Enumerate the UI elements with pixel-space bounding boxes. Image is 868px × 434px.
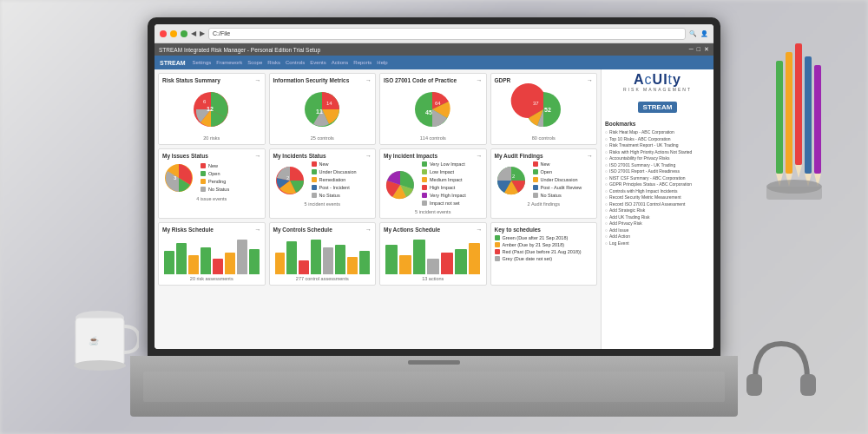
svg-text:12: 12 bbox=[207, 106, 214, 112]
bookmark-item[interactable]: ○Record Security Metric Measurement bbox=[605, 194, 710, 200]
menu-risks[interactable]: Risks bbox=[267, 60, 280, 65]
search-icon[interactable]: 🔍 bbox=[689, 30, 697, 37]
bookmark-item[interactable]: ○Risks with High Priority Actions Not St… bbox=[605, 149, 710, 155]
svg-text:11: 11 bbox=[316, 108, 323, 115]
audit-findings-section: My Audit Findings → 2 bbox=[490, 148, 598, 219]
forward-arrow[interactable]: ▶ bbox=[200, 30, 205, 37]
stream-logo: STREAM bbox=[638, 102, 678, 113]
incidents-arrow[interactable]: → bbox=[365, 153, 372, 159]
max-btn[interactable] bbox=[181, 30, 187, 37]
issues-title: My Issues Status bbox=[162, 153, 208, 159]
bookmark-item[interactable]: ○Accountability for Privacy Risks bbox=[605, 155, 710, 161]
svg-rect-12 bbox=[814, 65, 821, 174]
right-panel: AcUIty RISK MANAGEMENT STREAM Bookmarks … bbox=[601, 69, 713, 349]
audit-findings-arrow[interactable]: → bbox=[587, 153, 593, 159]
screen: ◀ ▶ C:/File 🔍 👤 STREAM Integrated Risk M… bbox=[155, 24, 713, 349]
gdpr-arrow[interactable]: → bbox=[587, 77, 593, 83]
svg-rect-36 bbox=[800, 374, 816, 396]
bookmark-icon: ○ bbox=[605, 142, 608, 148]
menu-actions[interactable]: Actions bbox=[332, 60, 349, 65]
bookmark-item[interactable]: ○Risk Heat Map - ABC Corporation bbox=[605, 129, 710, 135]
bookmark-icon: ○ bbox=[605, 227, 608, 233]
actions-schedule-arrow[interactable]: → bbox=[477, 227, 483, 233]
svg-rect-15 bbox=[766, 187, 822, 200]
bookmark-item[interactable]: ○Add Privacy Risk bbox=[605, 220, 710, 226]
incidents-title: My Incidents Status bbox=[273, 153, 326, 159]
bookmark-item[interactable]: ○Add Action bbox=[605, 233, 710, 239]
menu-scope[interactable]: Scope bbox=[247, 60, 262, 65]
iso27001-arrow[interactable]: → bbox=[477, 77, 483, 83]
incident-impacts-section: My Incident Impacts → bbox=[379, 148, 487, 219]
info-security-section: Information Security Metrics → 11 bbox=[269, 73, 377, 145]
risks-schedule-label: 20 risk assessments bbox=[162, 276, 261, 281]
info-security-arrow[interactable]: → bbox=[365, 77, 372, 83]
risk-status-chart: 12 6 bbox=[187, 86, 235, 134]
svg-text:45: 45 bbox=[425, 109, 432, 115]
minimize-icon[interactable]: ─ bbox=[689, 46, 694, 53]
menu-bar: STREAM Settings Framework Scope Risks Co… bbox=[155, 56, 713, 69]
main-panel: Risk Status Summary → bbox=[155, 69, 601, 349]
controls-schedule-section: My Controls Schedule → bbox=[269, 222, 377, 286]
bookmark-item[interactable]: ○Add Issue bbox=[605, 227, 710, 233]
bookmark-item[interactable]: ○Top 10 Risks - ABC Corporation bbox=[605, 136, 710, 141]
bookmark-item[interactable]: ○Controls with High Impact Incidents bbox=[605, 188, 710, 194]
svg-text:52: 52 bbox=[544, 107, 551, 113]
min-btn[interactable] bbox=[170, 30, 177, 37]
impacts-label: 5 incident events bbox=[384, 209, 483, 214]
bookmark-item[interactable]: ○Risk Treatment Report - UK Trading bbox=[605, 142, 710, 148]
top-row: Risk Status Summary → bbox=[158, 73, 597, 145]
menu-settings[interactable]: Settings bbox=[193, 60, 212, 65]
url-bar[interactable]: C:/File bbox=[208, 28, 686, 40]
menu-events[interactable]: Events bbox=[310, 60, 326, 65]
menu-reports[interactable]: Reports bbox=[353, 60, 372, 65]
risks-schedule-arrow[interactable]: → bbox=[255, 227, 261, 233]
incidents-chart: 2 bbox=[273, 164, 306, 197]
bookmark-item[interactable]: ○GDPR Principles Status - ABC Corporatio… bbox=[605, 181, 710, 187]
menu-framework[interactable]: Framework bbox=[216, 60, 242, 65]
svg-rect-10 bbox=[805, 56, 812, 174]
acuity-subtitle: RISK MANAGEMENT bbox=[605, 87, 710, 92]
actions-schedule-section: My Actions Schedule → bbox=[379, 222, 487, 286]
schedule-key-title: Key to schedules bbox=[495, 227, 541, 233]
laptop: ◀ ▶ C:/File 🔍 👤 STREAM Integrated Risk M… bbox=[130, 17, 738, 417]
menu-controls[interactable]: Controls bbox=[286, 60, 305, 65]
bookmark-item[interactable]: ○ISO 27001 Report - Audit Readiness bbox=[605, 168, 710, 174]
bookmark-icon: ○ bbox=[605, 240, 608, 246]
close-btn[interactable] bbox=[160, 30, 167, 37]
app-content: Risk Status Summary → bbox=[155, 69, 713, 349]
issues-arrow[interactable]: → bbox=[255, 153, 261, 159]
actions-schedule-label: 13 actions bbox=[384, 276, 483, 281]
user-icon[interactable]: 👤 bbox=[700, 30, 708, 37]
incident-impacts-arrow[interactable]: → bbox=[477, 153, 483, 159]
svg-rect-6 bbox=[795, 43, 802, 165]
controls-bar-chart bbox=[273, 235, 372, 274]
bookmark-icon: ○ bbox=[605, 181, 608, 187]
bookmark-item[interactable]: ○Add UK Trading Risk bbox=[605, 214, 710, 220]
restore-icon[interactable]: □ bbox=[697, 46, 700, 53]
middle-row: My Issues Status → 3 bbox=[158, 148, 597, 219]
bookmark-item[interactable]: ○ISO 27001 Summary - UK Trading bbox=[605, 162, 710, 168]
actions-bar-chart bbox=[384, 235, 483, 274]
back-arrow[interactable]: ◀ bbox=[191, 30, 196, 37]
bookmark-icon: ○ bbox=[605, 162, 608, 168]
svg-text:☕: ☕ bbox=[89, 335, 100, 346]
schedule-key-section: Key to schedules Green (Due after 21 Sep… bbox=[490, 222, 598, 286]
bookmark-item[interactable]: ○Add Strategic Risk bbox=[605, 207, 710, 213]
bookmark-icon: ○ bbox=[605, 188, 608, 194]
bookmark-item[interactable]: ○NIST CSF Summary - ABC Corporation bbox=[605, 175, 710, 181]
url-text: C:/File bbox=[213, 30, 230, 36]
risk-status-label: 20 risks bbox=[203, 135, 220, 141]
gdpr-chart: 52 37 bbox=[520, 86, 568, 134]
bottom-row: My Risks Schedule → bbox=[158, 222, 597, 286]
bookmark-item[interactable]: ○Log Event bbox=[605, 240, 710, 246]
menu-help[interactable]: Help bbox=[377, 60, 387, 65]
risks-schedule-section: My Risks Schedule → bbox=[158, 222, 266, 286]
iso27001-title: ISO 27001 Code of Practice bbox=[384, 77, 457, 83]
svg-text:64: 64 bbox=[435, 101, 441, 106]
risk-status-arrow[interactable]: → bbox=[255, 77, 261, 83]
window-close-icon[interactable]: ✕ bbox=[704, 46, 709, 53]
audit-label: 2 Audit findings bbox=[495, 201, 594, 207]
audit-findings-title: My Audit Findings bbox=[495, 153, 543, 159]
bookmark-item[interactable]: ○Record ISO 27001 Control Assessment bbox=[605, 201, 710, 207]
controls-schedule-arrow[interactable]: → bbox=[365, 227, 372, 233]
